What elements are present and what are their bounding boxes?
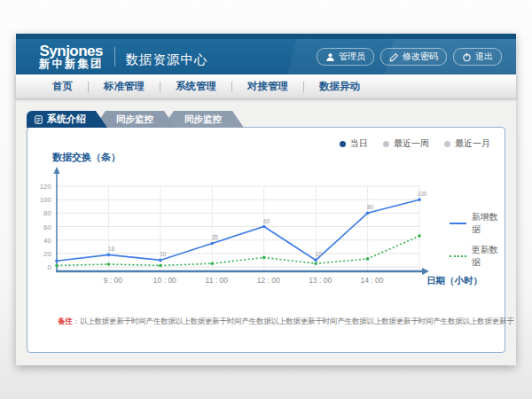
tab-bar: 系统介绍 同步监控 同步监控 <box>27 111 244 128</box>
y-tick-label: 60 <box>43 223 51 231</box>
data-point <box>262 256 266 260</box>
x-tick-label: 10 : 00 <box>153 276 176 285</box>
data-point-label: 60 <box>263 218 270 224</box>
range-filter-group: 当日 最近一周 最近一月 <box>340 137 490 150</box>
y-axis-arrow-icon <box>54 167 60 174</box>
data-point-label: 35 <box>212 234 219 240</box>
data-point <box>210 262 214 265</box>
x-axis-title: 日期（小时） <box>426 275 482 286</box>
change-password-button[interactable]: 修改密码 <box>380 48 447 66</box>
data-point-label: 18 <box>108 246 115 252</box>
brand-logo: Synjones 新中新集团 <box>39 43 104 71</box>
footnote-label: 备注 <box>58 317 73 325</box>
data-point <box>314 262 317 265</box>
data-point-label: 10 <box>160 251 167 257</box>
x-axis-arrow-icon <box>422 268 429 275</box>
legend-item-update-data[interactable]: 更新数据 <box>450 244 505 269</box>
app-window: Synjones 新中新集团 数据资源中心 管理员 修改密码 <box>16 34 516 365</box>
y-tick-label: 20 <box>43 250 51 258</box>
data-point-label: 100 <box>418 191 427 197</box>
filter-last-week[interactable]: 最近一周 <box>383 137 429 150</box>
data-point <box>366 212 370 215</box>
x-tick-label: 9 : 00 <box>104 276 123 285</box>
data-point <box>262 225 266 229</box>
user-icon <box>325 52 335 62</box>
document-icon <box>35 115 43 124</box>
dotted-line-swatch-icon <box>450 255 466 257</box>
nav-item-standard-mgmt[interactable]: 标准管理 <box>89 80 160 93</box>
nav-item-home[interactable]: 首页 <box>37 80 88 93</box>
nav-item-system-mgmt[interactable]: 系统管理 <box>160 80 231 93</box>
main-nav: 首页 标准管理 系统管理 对接管理 数据异动 <box>16 74 516 99</box>
legend-update-data-label: 更新数据 <box>472 244 505 269</box>
data-point <box>107 254 111 257</box>
filter-last-month-label: 最近一月 <box>455 137 490 150</box>
y-tick-label: 120 <box>40 183 52 191</box>
line-chart: 0204060801001209 : 0010 : 0011 : 0012 : … <box>27 163 506 289</box>
data-point <box>210 242 214 246</box>
tab-system-intro[interactable]: 系统介绍 <box>27 111 107 128</box>
y-tick-label: 40 <box>43 237 51 245</box>
data-point <box>366 257 370 261</box>
tab-sync-monitor-1[interactable]: 同步监控 <box>94 111 176 128</box>
power-icon <box>462 52 472 62</box>
edit-icon <box>389 52 399 62</box>
chart-panel: 当日 最近一周 最近一月 数据交换（条） 0204060801001209 : … <box>27 127 505 353</box>
header-bar: Synjones 新中新集团 数据资源中心 管理员 修改密码 <box>16 39 516 74</box>
brand-logo-subtitle: 新中新集团 <box>39 59 104 70</box>
data-point <box>418 198 421 201</box>
solid-line-swatch-icon <box>450 223 466 224</box>
brand-logo-title: Synjones <box>39 43 104 59</box>
header-actions: 管理员 修改密码 退出 <box>317 48 502 66</box>
data-point <box>418 234 421 238</box>
user-button[interactable]: 管理员 <box>317 48 374 66</box>
logout-button-label: 退出 <box>475 51 493 63</box>
x-tick-label: 14 : 00 <box>361 276 384 285</box>
footnote: 备注：以上数据更新于时间产生数据以上数据更新于时间产生数据以上数据更新于时间产生… <box>58 317 514 327</box>
data-point <box>314 259 317 262</box>
nav-item-data-change[interactable]: 数据异动 <box>304 80 375 93</box>
brand-divider <box>114 47 115 66</box>
series-legend: 新增数据 更新数据 <box>450 211 505 269</box>
y-tick-label: 0 <box>48 263 52 271</box>
data-point <box>107 262 111 266</box>
tab-sync-monitor-2-label: 同步监控 <box>184 113 222 126</box>
radio-selected-icon <box>340 141 346 147</box>
data-point-label: 80 <box>367 204 374 210</box>
logout-button[interactable]: 退出 <box>453 48 502 66</box>
data-point-label: 10 <box>316 251 323 257</box>
tab-sync-monitor-2[interactable]: 同步监控 <box>162 111 244 128</box>
x-tick-label: 11 : 00 <box>206 276 229 285</box>
page-title: 数据资源中心 <box>126 51 208 68</box>
y-tick-label: 100 <box>40 196 52 204</box>
y-tick-label: 80 <box>43 209 51 217</box>
tab-sync-monitor-1-label: 同步监控 <box>116 113 153 126</box>
footnote-text: ：以上数据更新于时间产生数据以上数据更新于时间产生数据以上数据更新于时间产生数据… <box>73 317 514 325</box>
filter-today[interactable]: 当日 <box>340 137 368 150</box>
user-button-label: 管理员 <box>339 51 365 63</box>
change-password-button-label: 修改密码 <box>403 51 438 63</box>
filter-last-month[interactable]: 最近一月 <box>444 137 490 150</box>
data-point <box>55 264 59 268</box>
data-point <box>159 264 162 268</box>
x-tick-label: 13 : 00 <box>309 276 332 285</box>
radio-unselected-icon <box>383 141 389 147</box>
nav-item-interface-mgmt[interactable]: 对接管理 <box>232 80 303 93</box>
legend-new-data-label: 新增数据 <box>472 211 505 236</box>
x-tick-label: 12 : 00 <box>257 276 280 285</box>
filter-last-week-label: 最近一周 <box>394 137 429 150</box>
y-axis-title: 数据交换（条） <box>52 151 121 164</box>
radio-unselected-icon <box>444 141 450 147</box>
data-point <box>159 259 162 262</box>
legend-item-new-data[interactable]: 新增数据 <box>450 211 505 236</box>
filter-today-label: 当日 <box>350 137 368 150</box>
data-point <box>55 259 59 262</box>
tab-system-intro-label: 系统介绍 <box>47 113 86 126</box>
